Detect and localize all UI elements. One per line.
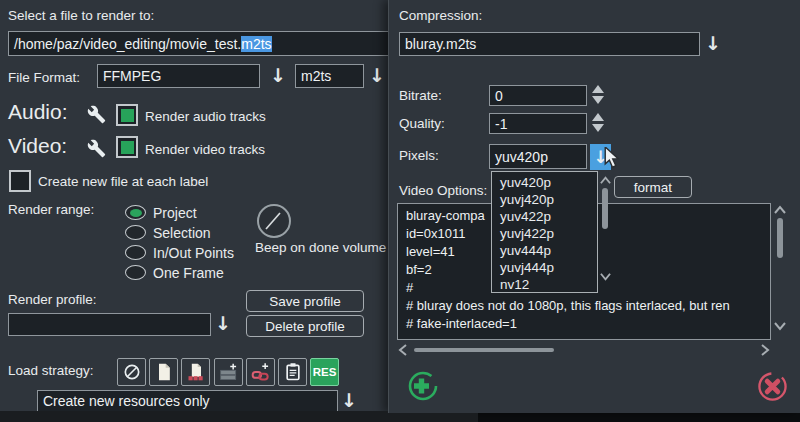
render-audio-checkbox[interactable] <box>116 104 138 126</box>
compression-label: Compression: <box>399 8 482 23</box>
new-file-each-label-label: Create new file at each label <box>38 174 208 189</box>
beep-volume-label: Beep on done volume <box>255 240 388 255</box>
mouse-cursor <box>603 147 623 169</box>
append-new-tracks-button[interactable] <box>214 358 243 386</box>
render-profile-dropdown-icon[interactable]: ↓ <box>215 312 231 334</box>
pixel-format-dropdown-list: yuv420p yuvj420p yuv422p yuvj422p yuv444… <box>491 171 598 293</box>
load-nothing-button[interactable] <box>117 358 146 386</box>
paste-insertion-button[interactable] <box>278 358 307 386</box>
delete-profile-button[interactable]: Delete profile <box>246 315 364 337</box>
desktop-background <box>0 411 388 422</box>
checkbox-checked-mark <box>121 109 134 122</box>
extension-dropdown-icon[interactable]: ↓ <box>369 64 385 86</box>
dropdown-item[interactable]: yuvj444p <box>492 259 597 276</box>
bitrate-spinner[interactable] <box>592 85 604 104</box>
replace-concatenate-button[interactable] <box>181 358 210 386</box>
null-circle-icon <box>122 362 142 382</box>
load-strategy-label: Load strategy: <box>8 363 94 378</box>
cancel-button[interactable] <box>757 371 788 402</box>
radio-project-label: Project <box>153 205 197 221</box>
video-options-label: Video Options: <box>399 183 487 198</box>
scroll-left-icon[interactable] <box>397 343 409 357</box>
compression-dropdown-icon[interactable]: ↓ <box>705 32 721 54</box>
checkbox-checked-mark <box>121 141 134 154</box>
file-format-input[interactable]: FFMPEG <box>97 64 260 88</box>
dropdown-scroll-down-icon[interactable] <box>599 271 612 282</box>
chain-plus-icon <box>251 362 271 382</box>
radio-inout-points-label: In/Out Points <box>153 245 234 261</box>
ok-button[interactable] <box>407 370 439 402</box>
create-resources-button[interactable]: RES <box>310 358 339 386</box>
output-path-text: /home/paz/video_editing/movie_test. <box>14 36 241 52</box>
bitrate-input[interactable]: 0 <box>489 85 587 106</box>
render-range-label: Render range: <box>8 202 94 217</box>
concatenate-tracks-button[interactable] <box>246 358 275 386</box>
radio-project[interactable] <box>125 205 146 220</box>
tracks-plus-icon <box>219 362 239 382</box>
render-dialog: Select a file to render to: /home/paz/vi… <box>0 0 388 411</box>
quality-label: Quality: <box>399 116 445 131</box>
dropdown-scroll-up-icon[interactable] <box>599 175 612 186</box>
output-path-selected-text: m2ts <box>241 36 271 52</box>
scroll-right-icon[interactable] <box>759 343 771 357</box>
spinner-down-icon <box>592 124 604 132</box>
load-strategy-dropdown-icon[interactable]: ↓ <box>341 389 357 411</box>
file-tracks-icon <box>186 362 206 382</box>
dropdown-item[interactable]: yuv420p <box>492 174 597 191</box>
desktop-background <box>388 413 478 422</box>
render-audio-label: Render audio tracks <box>145 109 266 124</box>
file-format-label: File Format: <box>8 70 80 85</box>
radio-one-frame[interactable] <box>125 265 146 280</box>
new-file-each-label-checkbox[interactable] <box>9 170 31 192</box>
spinner-up-icon <box>592 113 604 121</box>
horizontal-scrollbar-thumb[interactable] <box>414 348 554 352</box>
radio-selection-label: Selection <box>153 225 211 241</box>
video-wrench-icon[interactable] <box>87 139 106 158</box>
clipboard-icon <box>283 362 303 382</box>
render-video-checkbox[interactable] <box>116 136 138 158</box>
render-video-label: Render video tracks <box>145 142 265 157</box>
radio-inout-points[interactable] <box>125 245 146 260</box>
bitrate-label: Bitrate: <box>399 88 442 103</box>
extension-input[interactable]: m2ts <box>295 64 364 88</box>
dropdown-item[interactable]: yuvj420p <box>492 191 597 208</box>
scroll-down-icon[interactable] <box>773 320 787 332</box>
video-preset-dialog: Compression: bluray.m2ts ↓ Bitrate: 0 Qu… <box>388 0 800 413</box>
quality-input[interactable]: -1 <box>489 113 587 134</box>
render-profile-input[interactable] <box>8 313 211 336</box>
quality-spinner[interactable] <box>592 113 604 132</box>
save-profile-button[interactable]: Save profile <box>246 290 364 312</box>
dropdown-item[interactable]: yuvj422p <box>492 225 597 242</box>
dropdown-scrollbar-thumb[interactable] <box>602 188 608 229</box>
spinner-down-icon <box>592 96 604 104</box>
radio-selection[interactable] <box>125 225 146 240</box>
replace-project-button[interactable] <box>149 358 178 386</box>
output-path-input[interactable]: /home/paz/video_editing/movie_test.m2ts <box>8 31 388 56</box>
audio-wrench-icon[interactable] <box>87 105 106 124</box>
audio-label: Audio: <box>8 100 68 124</box>
new-file-icon <box>154 362 174 382</box>
option-line: # fake-interlaced=1 <box>406 315 762 333</box>
close-x-icon <box>757 371 788 402</box>
vertical-scrollbar-thumb[interactable] <box>777 218 783 258</box>
beep-volume-dial[interactable] <box>256 203 292 239</box>
option-line: # bluray does not do 1080p, this flags i… <box>406 297 762 315</box>
format-button[interactable]: format <box>614 176 692 198</box>
video-label: Video: <box>8 134 67 158</box>
dropdown-item[interactable]: yuv422p <box>492 208 597 225</box>
select-file-label: Select a file to render to: <box>8 8 154 23</box>
scroll-up-icon[interactable] <box>773 204 787 216</box>
spinner-up-icon <box>592 85 604 93</box>
render-profile-label: Render profile: <box>8 292 97 307</box>
load-strategy-select[interactable]: Create new resources only <box>37 390 338 411</box>
pixels-label: Pixels: <box>399 148 439 163</box>
dropdown-item[interactable]: nv12 <box>492 276 597 293</box>
dropdown-item[interactable]: yuv444p <box>492 242 597 259</box>
pixels-input[interactable]: yuv420p <box>489 144 587 169</box>
compression-input[interactable]: bluray.m2ts <box>399 32 700 56</box>
plus-icon <box>407 370 439 402</box>
radio-one-frame-label: One Frame <box>153 265 224 281</box>
radio-selected-dot <box>130 209 142 217</box>
file-format-dropdown-icon[interactable]: ↓ <box>270 64 286 86</box>
